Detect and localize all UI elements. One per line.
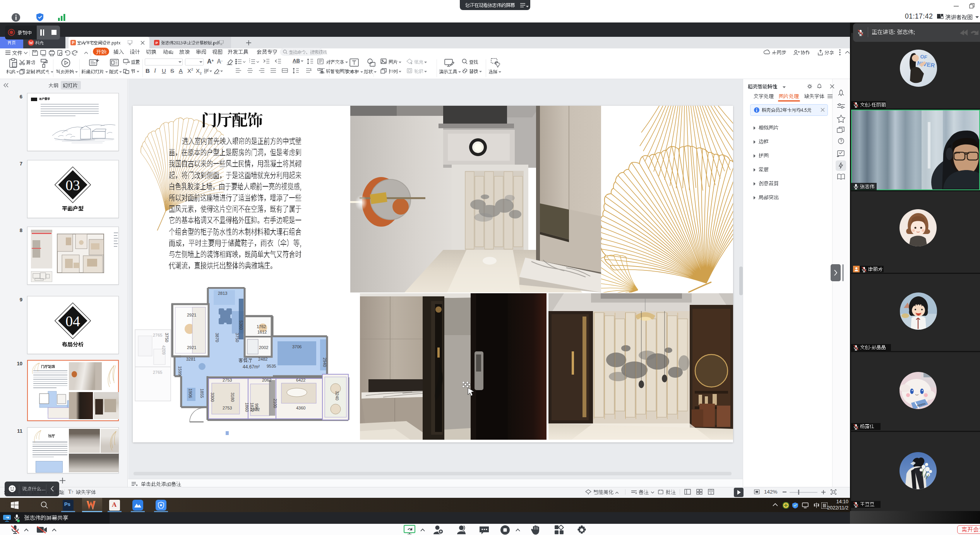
svg-text:44.67m²: 44.67m² [243, 364, 260, 370]
svg-text:6422: 6422 [296, 378, 305, 382]
svg-text:3870: 3870 [215, 333, 219, 342]
svg-text:1762: 1762 [257, 324, 266, 329]
svg-text:3180: 3180 [230, 392, 235, 402]
svg-text:1906: 1906 [188, 389, 193, 398]
svg-text:2753: 2753 [223, 378, 232, 382]
svg-text:1822: 1822 [250, 407, 260, 412]
svg-text:2765: 2765 [153, 333, 162, 337]
svg-text:3706: 3706 [292, 344, 302, 349]
svg-text:P: P [156, 41, 158, 45]
svg-text:1612: 1612 [257, 330, 267, 334]
svg-text:9535: 9535 [267, 364, 276, 368]
svg-text:5360: 5360 [239, 320, 243, 330]
svg-text:04: 04 [65, 313, 80, 329]
svg-text:2921: 2921 [187, 313, 196, 317]
svg-text:2921: 2921 [187, 345, 196, 350]
svg-text:P: P [72, 41, 75, 45]
svg-text:3750: 3750 [235, 333, 240, 342]
svg-text:2482: 2482 [258, 357, 267, 361]
svg-text:2765: 2765 [153, 370, 162, 375]
svg-text:3281: 3281 [186, 357, 195, 361]
svg-text:3300: 3300 [210, 392, 215, 402]
svg-text:3240: 3240 [335, 391, 339, 400]
svg-text:3750: 3750 [164, 333, 169, 342]
svg-text:4209: 4209 [161, 345, 166, 354]
svg-text:2002: 2002 [259, 345, 268, 350]
svg-text:1860: 1860 [245, 403, 249, 412]
svg-text:2100: 2100 [273, 399, 278, 408]
svg-text:1599: 1599 [178, 366, 182, 375]
svg-text:2753: 2753 [223, 406, 232, 410]
svg-text:2813: 2813 [218, 291, 227, 296]
svg-text:2940: 2940 [322, 358, 327, 367]
svg-text:2062: 2062 [262, 378, 271, 382]
svg-text:OF: OF [920, 53, 928, 60]
svg-text:4360: 4360 [296, 406, 305, 410]
svg-text:03: 03 [65, 177, 80, 193]
svg-text:1855: 1855 [200, 389, 204, 398]
